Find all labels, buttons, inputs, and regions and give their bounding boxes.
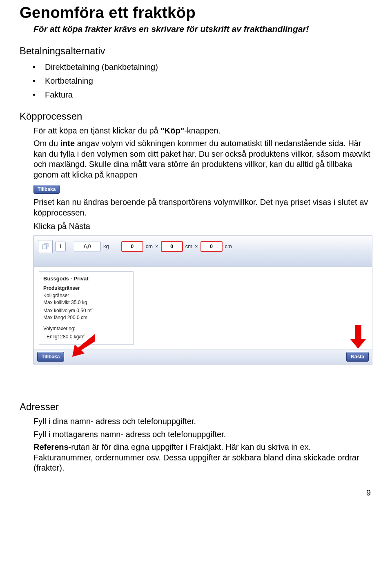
svg-marker-3 [72, 334, 95, 357]
max-weight: Max kollivikt 35.0 kg [43, 299, 129, 306]
text: angav volym vid sökningen kommer du auto… [33, 139, 370, 179]
process-paragraph-3: Priset kan nu ändras beroende på transpo… [33, 197, 372, 218]
process-paragraph-4: Klicka på Nästa [33, 221, 372, 231]
back-button[interactable]: Tillbaka [33, 185, 60, 194]
payment-options-list: Direktbetalning (bankbetalning) Kortbeta… [33, 60, 372, 102]
process-paragraph-2: Om du inte angav volym vid sökningen kom… [33, 138, 372, 180]
unit-cm: cm [146, 243, 153, 249]
dimensions-row: kg cm × cm × cm [34, 236, 372, 267]
max-volume: Max kollivolym 0,50 m3 [43, 307, 129, 314]
max-length: Max längd 200.0 cm [43, 314, 129, 321]
vol-tax-label: Volymtaxering: [43, 325, 129, 332]
unit-kg: kg [103, 243, 109, 249]
arrow-indicator-icon [71, 334, 95, 358]
height-input[interactable] [200, 241, 223, 252]
address-paragraph-3: Referens-rutan är för dina egna uppgifte… [33, 442, 372, 473]
panel-next-button[interactable]: Nästa [346, 352, 369, 362]
weight-input[interactable] [74, 242, 101, 251]
width-input[interactable] [161, 241, 183, 252]
kolli-label: Kolligränser [43, 292, 129, 299]
unit-cm: cm [185, 243, 192, 249]
process-paragraph-1: För att köpa en tjänst klickar du på "Kö… [33, 125, 372, 136]
page-number: 9 [20, 488, 372, 498]
address-paragraph-1: Fyll i dina namn- adress och telefonuppg… [33, 416, 372, 427]
address-paragraph-2: Fyll i mottagarens namn- adress och tele… [33, 429, 372, 440]
arrow-indicator-icon [349, 325, 367, 349]
text: För att köpa en tjänst klickar du på [33, 126, 160, 135]
section-process-heading: Köpprocessen [20, 111, 372, 122]
text: -knappen. [184, 126, 220, 135]
svg-rect-1 [42, 245, 47, 249]
svg-marker-4 [350, 325, 366, 349]
text: Om du [33, 139, 60, 148]
times-symbol: × [195, 243, 198, 249]
product-limits-header: Produktgränser [43, 285, 129, 292]
text: rutan är för dina egna uppgifter i Frakt… [33, 442, 359, 472]
dimensions-panel: kg cm × cm × cm Bussgods - Privat Produk… [33, 236, 372, 365]
panel-back-button[interactable]: Tillbaka [37, 352, 64, 362]
section-payment-heading: Betalningsalternativ [20, 45, 372, 57]
inte-bold: inte [60, 139, 75, 148]
page-title: Genomföra ett fraktköp [20, 4, 372, 22]
times-symbol: × [155, 243, 158, 249]
kop-key: "Köp" [160, 126, 184, 135]
unit-cm: cm [225, 243, 232, 249]
payment-option: Direktbetalning (bankbetalning) [33, 60, 372, 74]
quantity-input[interactable] [55, 242, 66, 251]
section-addresses-heading: Adresser [20, 401, 372, 413]
panel-footer: Tillbaka Nästa [34, 349, 372, 364]
length-input[interactable] [121, 241, 143, 252]
payment-option: Kortbetalning [33, 74, 372, 88]
referens-bold: Referens- [33, 442, 71, 451]
product-title: Bussgods - Privat [43, 275, 129, 283]
page-subtitle: För att köpa frakter krävs en skrivare f… [33, 24, 372, 34]
payment-option: Faktura [33, 88, 372, 102]
package-icon [38, 240, 53, 253]
